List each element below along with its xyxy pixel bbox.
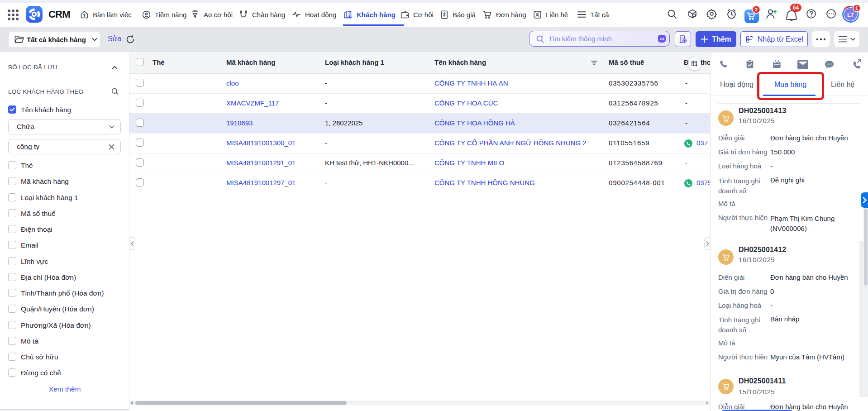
svg-text:64: 64 (793, 5, 799, 11)
svg-text:2: 2 (755, 7, 758, 12)
svg-text:1: 1 (855, 5, 858, 11)
